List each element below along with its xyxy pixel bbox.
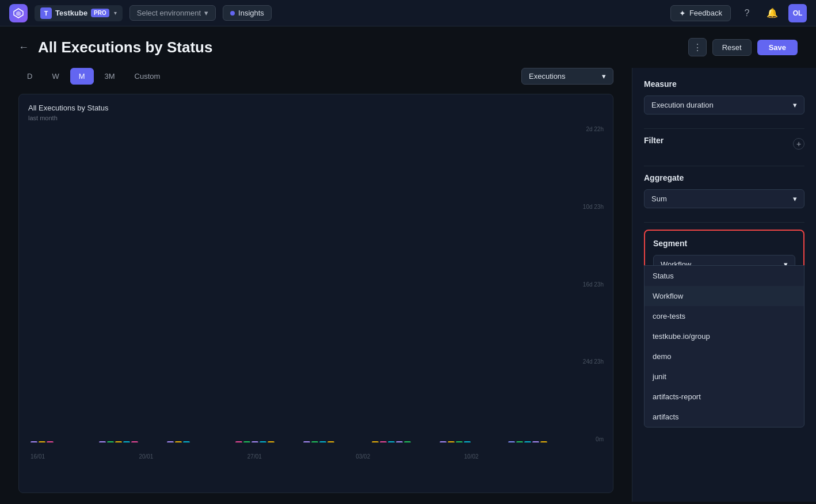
y-axis-labels: 2d 22h 10d 23h 16d 23h 24d 23h 0m	[583, 126, 604, 442]
environment-selector[interactable]: Select environment ▾	[129, 5, 216, 21]
bar-segment-3-3	[260, 441, 266, 442]
y-label-0: 0m	[596, 436, 604, 442]
bell-icon: 🔔	[767, 7, 778, 18]
more-options-button[interactable]: ⋮	[688, 38, 707, 56]
bar-segment-7-1	[516, 441, 523, 442]
notifications-button[interactable]: 🔔	[763, 4, 781, 22]
divider-2	[644, 166, 804, 166]
filter-add-icon: +	[796, 139, 801, 148]
segment-option-artifacts-report[interactable]: artifacts-report	[645, 387, 804, 407]
bar-segment-0-1	[39, 441, 45, 442]
bar-segment-5-4	[404, 441, 411, 442]
bar-segment-2-1	[175, 441, 182, 442]
bar-segment-5-1	[380, 441, 387, 442]
pro-badge: PRO	[91, 9, 109, 17]
bar-group-1	[99, 441, 164, 442]
page-title: All Executions by Status	[38, 39, 679, 56]
measure-chevron-icon: ▾	[793, 101, 797, 109]
user-avatar[interactable]: OL	[788, 4, 807, 22]
logo-icon[interactable]	[9, 4, 28, 22]
workspace-name: Testkube	[55, 9, 87, 17]
bar-segment-5-3	[396, 441, 403, 442]
segment-option-core-tests[interactable]: core-tests	[645, 306, 804, 326]
workspace-selector[interactable]: T Testkube PRO ▾	[35, 5, 123, 21]
bar-segment-4-2	[319, 441, 326, 442]
bar-segment-4-0	[303, 441, 310, 442]
bar-group-2	[167, 441, 232, 442]
measure-value: Execution duration	[651, 101, 714, 109]
time-controls: D W M 3M Custom Executions ▾	[18, 68, 613, 85]
segment-option-junit[interactable]: junit	[645, 366, 804, 387]
measure-section: Measure Execution duration ▾	[644, 79, 804, 114]
bar-segment-2-2	[183, 441, 190, 442]
bar-group-6	[440, 441, 505, 442]
insights-button[interactable]: Insights	[223, 5, 272, 21]
segment-option-status[interactable]: Status	[645, 266, 804, 286]
x-label-3: 27/01	[247, 453, 262, 460]
workspace-chevron-icon: ▾	[114, 10, 117, 16]
filter-header: Filter +	[644, 136, 804, 152]
right-panel: Measure Execution duration ▾ Filter + Ag…	[632, 68, 816, 502]
bar-segment-4-1	[311, 441, 318, 442]
time-btn-custom[interactable]: Custom	[126, 68, 169, 85]
x-label-5: 10/02	[464, 453, 479, 460]
bar-segment-3-4	[268, 441, 274, 442]
bar-segment-6-2	[456, 441, 463, 442]
env-select-label: Select environment	[137, 9, 201, 17]
segment-title: Segment	[653, 239, 795, 248]
bar-group-3	[235, 441, 300, 442]
feedback-button[interactable]: ✦ Feedback	[670, 5, 731, 21]
x-axis-labels: 16/01 20/01 27/01 03/02 10/02	[28, 453, 575, 460]
time-btn-d[interactable]: D	[18, 68, 41, 85]
time-btn-w[interactable]: W	[43, 68, 67, 85]
y-label-5: 16d 23h	[583, 281, 604, 288]
chart-title: All Executions by Status	[28, 104, 604, 112]
svg-marker-1	[16, 11, 21, 16]
bar-segment-0-0	[30, 441, 37, 442]
chart-panel: D W M 3M Custom Executions ▾ All Executi…	[0, 68, 632, 502]
bar-segment-1-2	[115, 441, 122, 442]
segment-option-artifacts[interactable]: artifacts	[645, 407, 804, 427]
page-header: ← All Executions by Status ⋮ Reset Save	[0, 26, 816, 68]
segment-dropdown-menu: Status Workflow core-tests testkube.io/g…	[644, 265, 804, 427]
insights-dot-icon	[230, 11, 235, 16]
more-icon: ⋮	[693, 42, 702, 53]
aggregate-dropdown[interactable]: Sum ▾	[644, 189, 804, 208]
bar-segment-7-2	[524, 441, 531, 442]
measure-dropdown[interactable]: Execution duration ▾	[644, 96, 804, 114]
reset-button[interactable]: Reset	[712, 39, 752, 56]
help-button[interactable]: ?	[738, 4, 756, 22]
bar-segment-6-0	[440, 441, 447, 442]
filter-add-button[interactable]: +	[793, 138, 804, 150]
divider-3	[644, 222, 804, 223]
bar-group-0	[30, 441, 96, 442]
segment-option-demo[interactable]: demo	[645, 346, 804, 366]
bar-segment-6-3	[464, 441, 471, 442]
save-button[interactable]: Save	[757, 40, 798, 55]
feedback-label: Feedback	[689, 9, 722, 17]
content-area: D W M 3M Custom Executions ▾ All Executi…	[0, 68, 816, 502]
y-label-7: 24d 23h	[583, 358, 604, 365]
chart-subtitle: last month	[28, 114, 604, 121]
aggregate-value: Sum	[651, 194, 667, 203]
bar-segment-0-2	[47, 441, 54, 442]
back-button[interactable]: ←	[18, 41, 29, 54]
bar-segment-2-0	[167, 441, 174, 442]
segment-option-workflow[interactable]: Workflow	[645, 286, 804, 306]
x-label-2: 20/01	[139, 453, 153, 460]
bar-segment-1-1	[107, 441, 114, 442]
bar-segment-1-3	[123, 441, 130, 442]
bar-segment-3-2	[251, 441, 258, 442]
x-label-1: 16/01	[30, 453, 45, 460]
aggregate-section: Aggregate Sum ▾	[644, 173, 804, 208]
segment-section: Segment Workflow ▾ Status Workflow core-…	[644, 230, 804, 283]
y-label-1: 2d 22h	[586, 126, 604, 132]
y-label-3: 10d 23h	[583, 204, 604, 210]
time-btn-3m[interactable]: 3M	[96, 68, 124, 85]
segment-option-testkube-group[interactable]: testkube.io/group	[645, 326, 804, 346]
bars-container	[28, 126, 575, 442]
bar-group-4	[303, 441, 368, 442]
bar-segment-5-0	[372, 441, 379, 442]
executions-dropdown[interactable]: Executions ▾	[521, 68, 613, 85]
time-btn-m[interactable]: M	[70, 68, 94, 85]
